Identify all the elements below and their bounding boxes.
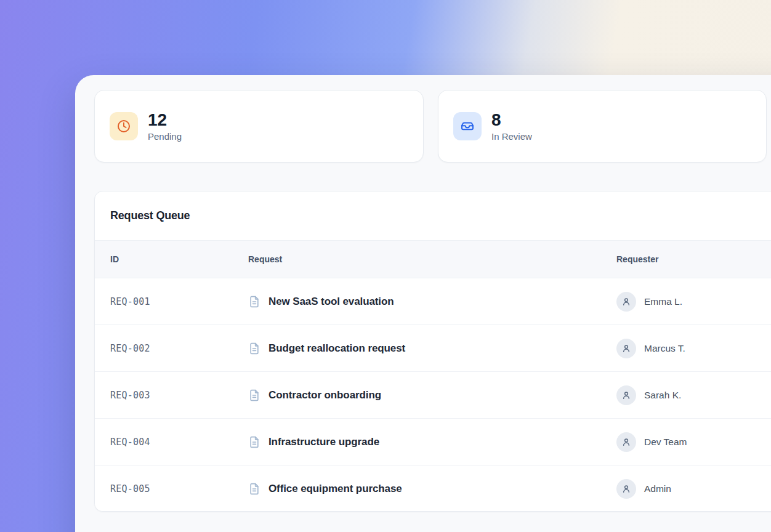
table-body: REQ-001 New SaaS tool evaluation Emma L. bbox=[95, 278, 771, 512]
avatar bbox=[616, 339, 636, 358]
requester-name: Sarah K. bbox=[644, 390, 681, 401]
document-icon bbox=[248, 483, 260, 495]
request-cell: Budget reallocation request bbox=[248, 342, 616, 355]
requester-name: Marcus T. bbox=[644, 343, 685, 354]
request-title: Infrastructure upgrade bbox=[268, 436, 379, 448]
panel-title: Request Queue bbox=[110, 209, 190, 222]
requester-cell: Sarah K. bbox=[616, 385, 771, 405]
stat-iconbox-in-review bbox=[453, 112, 482, 140]
stat-text-pending: 12 Pending bbox=[148, 111, 182, 142]
stat-card-pending: 12 Pending bbox=[94, 90, 424, 163]
clock-icon bbox=[116, 119, 131, 134]
avatar bbox=[616, 385, 636, 405]
request-cell: Office equipment purchase bbox=[248, 483, 616, 495]
desktop-background: { "stats": [ { "value": "12", "label": "… bbox=[0, 0, 771, 532]
avatar bbox=[616, 479, 636, 499]
request-cell: Contractor onboarding bbox=[248, 389, 616, 401]
request-id: REQ-005 bbox=[110, 483, 248, 494]
inbox-icon bbox=[460, 119, 475, 134]
avatar bbox=[616, 292, 636, 312]
stat-value: 12 bbox=[148, 111, 182, 130]
request-id: REQ-001 bbox=[110, 296, 248, 307]
document-icon bbox=[248, 342, 260, 355]
stat-label: In Review bbox=[491, 131, 532, 142]
request-title: Office equipment purchase bbox=[268, 483, 402, 495]
requester-name: Emma L. bbox=[644, 296, 682, 307]
column-header-id: ID bbox=[110, 254, 248, 264]
table-row[interactable]: REQ-003 Contractor onboarding Sarah K. bbox=[95, 372, 771, 419]
panel-title-row: Request Queue bbox=[95, 191, 771, 240]
request-queue-panel: Request Queue ID Request Requester REQ-0… bbox=[94, 191, 771, 512]
column-header-request: Request bbox=[248, 254, 616, 264]
table-header-row: ID Request Requester bbox=[95, 240, 771, 278]
table-row[interactable]: REQ-005 Office equipment purchase Admin bbox=[95, 465, 771, 512]
table-row[interactable]: REQ-004 Infrastructure upgrade Dev Team bbox=[95, 419, 771, 465]
document-icon bbox=[248, 389, 260, 401]
stat-card-in-review: 8 In Review bbox=[438, 90, 767, 163]
requester-cell: Marcus T. bbox=[616, 339, 771, 358]
table-row[interactable]: REQ-002 Budget reallocation request Marc… bbox=[95, 325, 771, 372]
request-title: New SaaS tool evaluation bbox=[268, 296, 394, 308]
main-content-container: 12 Pending 8 In Review Request Queue ID … bbox=[75, 75, 771, 532]
request-title: Contractor onboarding bbox=[268, 389, 381, 401]
requester-name: Dev Team bbox=[644, 437, 687, 448]
request-id: REQ-004 bbox=[110, 437, 248, 448]
request-cell: Infrastructure upgrade bbox=[248, 436, 616, 448]
requester-cell: Dev Team bbox=[616, 432, 771, 452]
stat-value: 8 bbox=[491, 111, 532, 130]
table-row[interactable]: REQ-001 New SaaS tool evaluation Emma L. bbox=[95, 278, 771, 325]
requester-cell: Emma L. bbox=[616, 292, 771, 312]
request-id: REQ-003 bbox=[110, 390, 248, 401]
requester-cell: Admin bbox=[616, 479, 771, 499]
document-icon bbox=[248, 296, 260, 308]
request-title: Budget reallocation request bbox=[268, 342, 405, 355]
request-id: REQ-002 bbox=[110, 343, 248, 354]
document-icon bbox=[248, 436, 260, 448]
request-cell: New SaaS tool evaluation bbox=[248, 296, 616, 308]
stat-iconbox-pending bbox=[110, 112, 138, 140]
stat-text-in-review: 8 In Review bbox=[491, 111, 532, 142]
avatar bbox=[616, 432, 636, 452]
stat-label: Pending bbox=[148, 131, 182, 142]
requester-name: Admin bbox=[644, 483, 671, 494]
column-header-requester: Requester bbox=[616, 254, 771, 264]
